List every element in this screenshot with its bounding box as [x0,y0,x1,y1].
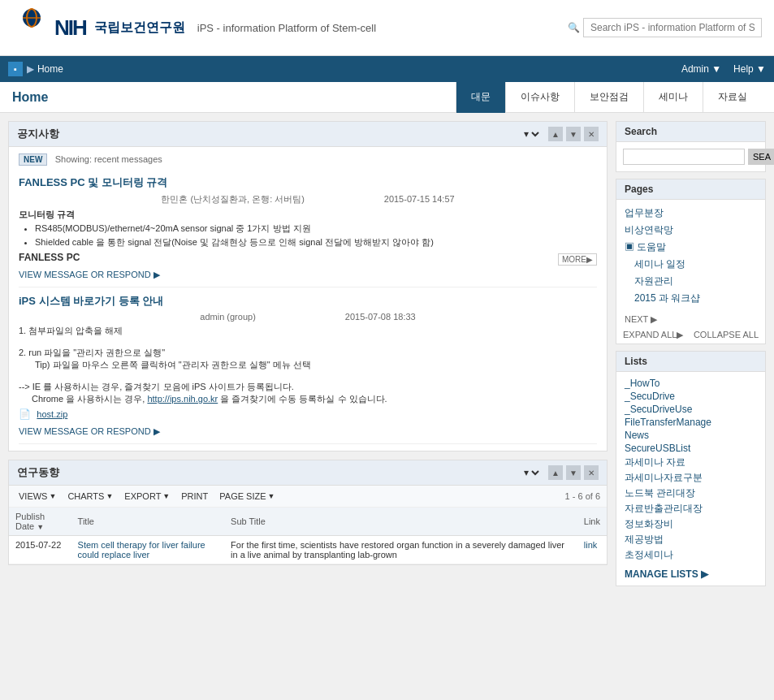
new-badge: NEW [19,153,47,166]
notice-panel: 공지사항 ▾ ▲ ▼ ✕ NEW Showing: recent message… [8,121,608,452]
pages-next-link[interactable]: NEXT ▶ [625,314,657,324]
notice-dropdown[interactable]: ▾ [521,127,542,140]
research-up-btn[interactable]: ▲ [548,465,563,480]
top-search-input[interactable] [583,18,762,37]
sidebar-search-input[interactable] [623,149,745,165]
sidebar-search-button[interactable]: SEA [748,149,774,165]
list-item-11[interactable]: 제공방법 [625,532,757,547]
notice-item-2: iPS 시스템 바로가기 등록 안내 admin (group) 2015-07… [19,287,597,444]
sidebar-page-5[interactable]: 2015 과 워크샵 [634,290,757,307]
host-icon: 📄 [19,408,31,420]
list-item-10[interactable]: 정보화장비 [625,516,757,532]
notice-title-2[interactable]: iPS 시스템 바로가기 등록 안내 [19,295,163,307]
research-close-btn[interactable]: ✕ [584,465,599,480]
page-title: Home [12,90,456,105]
help-menu[interactable]: Help ▼ [733,63,766,75]
row-link[interactable]: link [584,540,598,550]
notice-close-btn[interactable]: ✕ [584,127,599,141]
notice-title-1[interactable]: FANLESS PC 및 모니터링 규격 [19,176,167,188]
list-item-4[interactable]: News [625,429,757,442]
sidebar-search-form: SEA [616,142,765,171]
sidebar-page-2[interactable]: ▣ 도움말 [625,239,757,256]
notice-meta-2: admin (group) 2015-07-08 18:33 [19,312,597,322]
breadcrumb-arrow: ▶ [27,63,34,75]
tab-seminar[interactable]: 세미나 [643,82,703,113]
charts-btn[interactable]: CHARTS▼ [64,490,116,503]
list-item-7[interactable]: 과세미나자료구분 [625,470,757,486]
cell-title[interactable]: Stem cell therapy for liver failure coul… [71,536,224,564]
logo-subtitle: iPS - information Platform of Stem-cell [197,22,376,34]
export-btn[interactable]: EXPORT▼ [121,490,173,503]
view-respond-1[interactable]: VIEW MESSAGE OR RESPOND ▶ [19,270,160,280]
breadcrumb-row: Home 대문 이슈사항 보안점검 세미나 자료실 [0,82,774,113]
tabs: 대문 이슈사항 보안점검 세미나 자료실 [456,82,762,113]
view-respond-2[interactable]: VIEW MESSAGE OR RESPOND ▶ [19,426,160,437]
ips-link[interactable]: http://ips.nih.go.kr [147,394,218,404]
more-btn-1[interactable]: MORE▶ [558,253,597,266]
col-link: Link [577,508,607,536]
research-panel-title: 연구동향 [17,465,514,480]
notice-meta-1: 한민혼 (난치성질환과, 온행: 서버팀) 2015-07-15 14:57 [19,193,597,205]
sidebar-pages-list: 업무분장 비상연락망 ▣ 도움말 세미나 일정 자원관리 2015 과 워크샵 [616,200,765,312]
tab-daemun[interactable]: 대문 [456,82,505,113]
sidebar-search-section: Search SEA [616,121,766,172]
sidebar-page-4[interactable]: 자원관리 [634,273,757,290]
col-subtitle: Sub Title [224,508,577,536]
table-row: 2015-07-22 Stem cell therapy for liver f… [9,536,607,564]
notice-item1-footer: FANLESS PC MORE▶ [19,252,597,263]
list-item-1[interactable]: _SecuDrive [625,390,757,403]
notice-body-2: 1. 첨부파일의 압축을 해제 2. run 파일을 "관리자 권한으로 실행"… [19,325,597,405]
host-zip-link[interactable]: host.zip [37,409,67,419]
list-item-12[interactable]: 초정세미나 [625,547,757,563]
research-dropdown[interactable]: ▾ [521,466,542,479]
list-item-8[interactable]: 노드북 관리대장 [625,486,757,501]
notice-panel-title: 공지사항 [17,127,514,141]
navbar-right: Admin ▼ Help ▼ [681,63,766,75]
list-item-6[interactable]: 과세미나 자료 [625,455,757,470]
notice-body-1: 모니터링 규격 RS485(MODBUS)/ethernet/4~20mA se… [19,209,597,248]
list-item-3[interactable]: FileTransferManage [625,416,757,429]
left-panel: 공지사항 ▾ ▲ ▼ ✕ NEW Showing: recent message… [8,121,608,593]
research-panel: 연구동향 ▾ ▲ ▼ ✕ VIEWS▼ CHARTS▼ EXPORT▼ PR [8,460,608,565]
nih-text: NIH [54,15,86,41]
logo-area: NIH 국립보건연구원 iPS - information Platform o… [12,8,376,47]
cell-date: 2015-07-22 [9,536,71,564]
admin-menu[interactable]: Admin ▼ [681,63,721,75]
views-btn[interactable]: VIEWS▼ [15,490,59,503]
research-controls: ▲ ▼ ✕ [548,465,599,480]
tab-issues[interactable]: 이슈사항 [505,82,574,113]
sidebar-page-3[interactable]: 세미나 일정 [634,256,757,273]
search-icon: 🔍 [568,22,580,33]
research-panel-header: 연구동향 ▾ ▲ ▼ ✕ [9,460,607,486]
sidebar-page-0[interactable]: 업무분장 [625,205,757,222]
top-search-box[interactable]: 🔍 [568,18,762,37]
logo-korean: 국립보건연구원 [94,19,185,37]
collapse-all-btn[interactable]: COLLAPSE ALL [694,330,759,340]
sidebar-page-controls: EXPAND ALL▶ COLLAPSE ALL [616,326,765,344]
row-title-link[interactable]: Stem cell therapy for liver failure coul… [78,540,205,560]
table-header-row: Publish Date ▼ Title Sub Title Link [9,508,607,536]
notice-down-btn[interactable]: ▼ [566,127,581,141]
sidebar-page-1[interactable]: 비상연락망 [625,222,757,239]
research-down-btn[interactable]: ▼ [566,465,581,480]
showing-text: Showing: recent messages [55,154,162,164]
list-item-2[interactable]: _SecuDriveUse [625,403,757,416]
list-item-5[interactable]: SecureUSBList [625,442,757,455]
nav-home-label[interactable]: Home [37,63,63,75]
nav-home[interactable]: ▪ ▶ Home [8,62,63,76]
col-publish-date[interactable]: Publish Date ▼ [9,508,71,536]
list-item-0[interactable]: _HowTo [625,377,757,390]
tab-resources[interactable]: 자료실 [703,82,762,113]
tab-security[interactable]: 보안점검 [574,82,643,113]
list-item-9[interactable]: 자료반출관리대장 [625,501,757,516]
expand-all-btn[interactable]: EXPAND ALL▶ [623,330,683,340]
page-size-btn[interactable]: PAGE SIZE▼ [216,490,278,503]
navbar: ▪ ▶ Home Admin ▼ Help ▼ [0,56,774,82]
notice-up-btn[interactable]: ▲ [548,127,563,141]
nih-logo-icon [12,8,51,47]
print-btn[interactable]: PRINT [178,490,211,503]
notice-content: NEW Showing: recent messages FANLESS PC … [9,147,607,451]
sidebar-lists-header: Lists [616,352,765,372]
cell-link[interactable]: link [577,536,607,564]
manage-lists-link[interactable]: MANAGE LISTS ▶ [625,568,757,581]
